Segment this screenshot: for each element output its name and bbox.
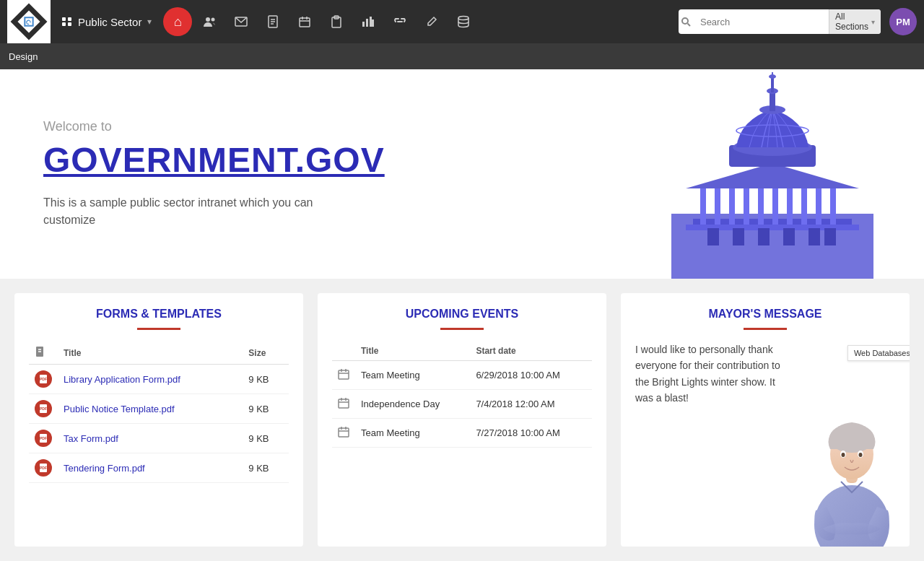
grid-icon <box>62 17 72 26</box>
app-selector[interactable]: Public Sector ▾ <box>53 12 160 32</box>
calendar-button[interactable] <box>290 7 319 36</box>
svg-rect-47 <box>733 228 744 245</box>
link-button[interactable] <box>385 7 414 36</box>
search-bar: All Sections ▾ <box>679 9 881 34</box>
hero-image <box>621 69 924 279</box>
hero-section: Welcome to GOVERNMENT.GOV This is a samp… <box>0 69 924 279</box>
mail-button[interactable] <box>227 7 256 36</box>
svg-rect-32 <box>787 188 793 225</box>
cards-section: Forms & Templates Title Size PDF <box>0 279 924 561</box>
svg-rect-28 <box>729 188 735 225</box>
mayor-photo <box>794 402 910 547</box>
user-avatar[interactable]: PM <box>889 8 917 35</box>
svg-rect-40 <box>770 91 775 111</box>
forms-table-row[interactable]: PDF Public Notice Template.pdf 9 KB <box>29 394 289 424</box>
svg-text:PDF: PDF <box>40 436 47 440</box>
svg-rect-30 <box>758 188 764 225</box>
svg-text:PDF: PDF <box>40 377 47 381</box>
events-col-icon <box>332 342 355 361</box>
events-card: UPCOMING EVENTS Title Start date Team <box>318 293 606 547</box>
events-card-title: UPCOMING EVENTS <box>332 308 592 321</box>
svg-rect-9 <box>300 18 310 27</box>
edit-button[interactable] <box>417 7 446 36</box>
svg-rect-42 <box>771 77 774 92</box>
svg-rect-18 <box>372 19 374 27</box>
svg-rect-46 <box>707 228 719 245</box>
people-button[interactable] <box>195 7 224 36</box>
chart-button[interactable] <box>354 7 383 36</box>
forms-col-size: Size <box>243 342 289 365</box>
document-button[interactable] <box>258 7 287 36</box>
hero-description: This is a sample public sector intranet … <box>43 194 318 229</box>
forms-row-size: 9 KB <box>243 394 289 424</box>
svg-point-20 <box>682 18 688 24</box>
forms-row-icon: PDF <box>29 394 58 424</box>
events-col-title: Title <box>355 342 470 361</box>
events-row-date: 6/29/2018 10:00 AM <box>470 361 592 390</box>
logo[interactable]: C <box>7 0 51 43</box>
forms-row-size: 9 KB <box>243 424 289 453</box>
svg-rect-17 <box>370 17 372 27</box>
events-col-date: Start date <box>470 342 592 361</box>
forms-row-icon: PDF <box>29 453 58 483</box>
forms-row-title: Tax Form.pdf <box>58 424 243 453</box>
forms-table-row[interactable]: PDF Tax Form.pdf 9 KB <box>29 424 289 453</box>
svg-rect-48 <box>758 228 770 245</box>
mayors-card-title: Mayor's Message <box>635 308 895 321</box>
svg-rect-15 <box>362 22 365 27</box>
all-sections-label: All Sections <box>835 12 868 32</box>
events-row-icon <box>332 390 355 419</box>
svg-rect-63 <box>339 370 349 379</box>
forms-row-size: 9 KB <box>243 365 289 394</box>
avatar-initials: PM <box>896 17 910 27</box>
svg-point-82 <box>859 453 863 457</box>
mayors-card: Mayor's Message I would like to personal… <box>621 293 910 547</box>
database-button[interactable] <box>449 7 478 36</box>
forms-table-row[interactable]: PDF Library Application Form.pdf 9 KB <box>29 365 289 394</box>
design-label: Design <box>9 51 38 62</box>
search-icon <box>679 17 693 27</box>
design-bar: Design <box>0 43 924 69</box>
svg-rect-34 <box>816 188 821 225</box>
svg-rect-35 <box>830 188 836 225</box>
svg-rect-27 <box>715 188 720 225</box>
forms-row-icon: PDF <box>29 424 58 453</box>
clipboard-button[interactable] <box>322 7 351 36</box>
svg-line-21 <box>687 24 690 27</box>
home-button[interactable]: ⌂ <box>163 7 192 36</box>
app-dropdown-arrow: ▾ <box>147 17 152 27</box>
svg-text:PDF: PDF <box>40 466 47 470</box>
svg-point-3 <box>212 18 215 22</box>
events-table-row[interactable]: Team Meeting 6/29/2018 10:00 AM <box>332 361 592 390</box>
web-databases-label: Web Databases <box>854 349 910 357</box>
web-databases-badge: Web Databases <box>847 345 910 361</box>
mayors-card-divider <box>744 328 787 330</box>
forms-row-icon: PDF <box>29 365 58 394</box>
forms-col-title: Title <box>58 342 243 365</box>
forms-card: Forms & Templates Title Size PDF <box>14 293 303 547</box>
forms-table: Title Size PDF Library Application Form.… <box>29 342 289 483</box>
forms-table-row[interactable]: PDF Tendering Form.pdf 9 KB <box>29 453 289 483</box>
events-row-date: 7/4/2018 12:00 AM <box>470 390 592 419</box>
events-table-row[interactable]: Independence Day 7/4/2018 12:00 AM <box>332 390 592 419</box>
events-table-row[interactable]: Team Meeting 7/27/2018 10:00 AM <box>332 419 592 448</box>
svg-point-81 <box>842 453 845 457</box>
events-row-icon <box>332 419 355 448</box>
svg-rect-50 <box>808 228 820 245</box>
section-dropdown-arrow: ▾ <box>871 18 875 26</box>
forms-card-divider <box>137 328 180 330</box>
section-dropdown[interactable]: All Sections ▾ <box>829 9 881 34</box>
svg-rect-16 <box>366 19 368 27</box>
events-row-icon <box>332 361 355 390</box>
svg-rect-71 <box>339 428 349 437</box>
forms-card-title: Forms & Templates <box>29 308 289 321</box>
forms-row-size: 9 KB <box>243 453 289 483</box>
app-name: Public Sector <box>78 16 141 28</box>
events-table: Title Start date Team Meeting 6/29/2018 … <box>332 342 592 448</box>
svg-rect-29 <box>744 188 749 225</box>
svg-point-2 <box>206 17 210 22</box>
events-row-title: Team Meeting <box>355 361 470 390</box>
forms-row-title: Library Application Form.pdf <box>58 365 243 394</box>
search-input[interactable] <box>693 9 829 34</box>
svg-rect-51 <box>824 228 836 245</box>
